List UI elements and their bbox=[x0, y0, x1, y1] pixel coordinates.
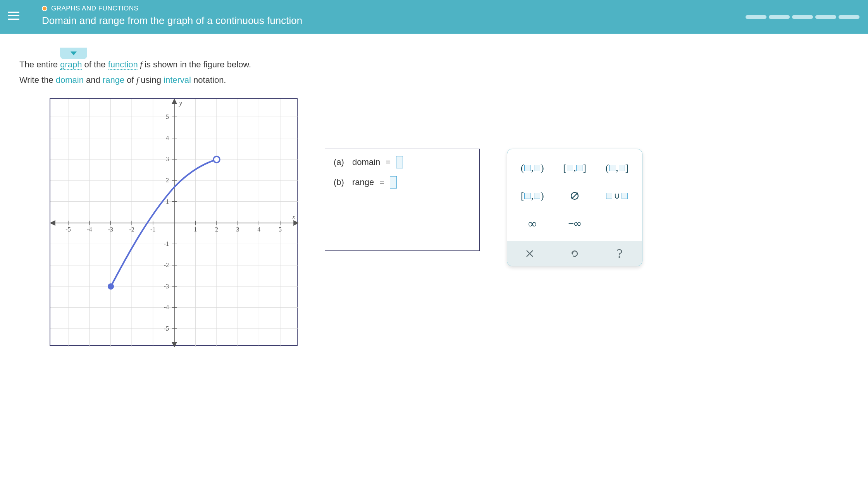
question-prompt: The entire graph of the function f is sh… bbox=[19, 57, 849, 87]
answer-panel: (a) domain = (b) range = bbox=[325, 149, 480, 251]
keyword-function[interactable]: function bbox=[108, 60, 138, 70]
undo-icon bbox=[570, 249, 579, 258]
text: f bbox=[138, 60, 145, 69]
close-icon bbox=[525, 249, 534, 258]
x-tick: 5 bbox=[279, 226, 282, 233]
topic-dot-icon bbox=[42, 6, 47, 11]
x-tick: 1 bbox=[194, 226, 197, 233]
answer-name-range: range bbox=[352, 177, 374, 187]
key-closed-open-interval[interactable]: [,) bbox=[514, 185, 550, 206]
svg-marker-0 bbox=[71, 51, 77, 55]
progress-bar bbox=[746, 15, 859, 19]
key-open-closed-interval[interactable]: (,] bbox=[599, 158, 635, 178]
text: using bbox=[141, 75, 164, 85]
y-axis-label: y bbox=[178, 100, 182, 107]
endpoint-open bbox=[214, 156, 220, 163]
x-tick: -1 bbox=[150, 226, 155, 233]
topic-label: GRAPHS AND FUNCTIONS bbox=[51, 5, 138, 12]
svg-marker-23 bbox=[294, 221, 298, 225]
y-tick: -4 bbox=[164, 304, 169, 310]
part-label-a: (a) bbox=[334, 157, 347, 167]
graph-figure: -5 -4 -3 -2 -1 1 2 3 4 5 5 4 3 2 1 -1 -2 bbox=[50, 98, 298, 346]
chevron-down-icon bbox=[71, 51, 77, 55]
range-input[interactable] bbox=[390, 176, 397, 189]
domain-input[interactable] bbox=[396, 156, 403, 168]
clear-button[interactable] bbox=[507, 241, 552, 266]
answer-row-range: (b) range = bbox=[334, 176, 471, 189]
content-area: The entire graph of the function f is sh… bbox=[0, 34, 868, 362]
y-tick: 2 bbox=[166, 177, 169, 183]
y-tick: 3 bbox=[166, 156, 169, 162]
undo-button[interactable] bbox=[552, 241, 597, 266]
keyword-graph[interactable]: graph bbox=[60, 60, 82, 70]
y-tick: 1 bbox=[166, 198, 169, 205]
y-tick: -2 bbox=[164, 262, 169, 268]
text: f bbox=[136, 75, 141, 85]
x-tick: 2 bbox=[215, 226, 218, 233]
answer-row-domain: (a) domain = bbox=[334, 156, 471, 168]
app-header: GRAPHS AND FUNCTIONS Domain and range fr… bbox=[0, 0, 868, 34]
y-tick: -1 bbox=[164, 240, 169, 247]
equals-sign: = bbox=[386, 157, 391, 167]
key-open-interval[interactable]: (,) bbox=[514, 158, 550, 178]
text: and bbox=[84, 75, 103, 85]
equals-sign: = bbox=[379, 177, 384, 187]
text: of bbox=[124, 75, 136, 85]
part-label-b: (b) bbox=[334, 177, 347, 187]
y-tick: 4 bbox=[166, 135, 169, 141]
keyword-domain[interactable]: domain bbox=[56, 75, 84, 85]
y-tick: 5 bbox=[166, 113, 169, 120]
key-infinity[interactable]: ∞ bbox=[514, 213, 550, 234]
x-tick: 3 bbox=[236, 226, 239, 233]
x-tick: -3 bbox=[108, 226, 113, 233]
y-tick: -5 bbox=[164, 325, 169, 332]
text: notation. bbox=[191, 75, 226, 85]
y-tick: -3 bbox=[164, 283, 169, 290]
key-neg-infinity[interactable]: −∞ bbox=[556, 213, 592, 234]
header-dropdown-tab[interactable] bbox=[60, 48, 87, 59]
text: The entire bbox=[19, 60, 60, 69]
text: is shown in the figure below. bbox=[145, 60, 251, 69]
svg-marker-25 bbox=[172, 99, 177, 104]
help-button[interactable]: ? bbox=[597, 241, 642, 266]
menu-icon[interactable] bbox=[8, 7, 26, 25]
answer-name-domain: domain bbox=[352, 157, 380, 167]
page-title: Domain and range from the graph of a con… bbox=[42, 15, 860, 27]
key-blank bbox=[599, 213, 635, 234]
x-tick: 4 bbox=[257, 226, 260, 233]
endpoint-closed bbox=[108, 283, 114, 290]
svg-marker-24 bbox=[50, 221, 55, 225]
x-tick: -4 bbox=[87, 226, 92, 233]
keyword-range[interactable]: range bbox=[103, 75, 124, 85]
key-empty-set[interactable] bbox=[556, 185, 592, 206]
svg-marker-26 bbox=[172, 342, 177, 347]
text: of the bbox=[82, 60, 108, 69]
x-axis-label: x bbox=[292, 214, 295, 220]
text: Write the bbox=[19, 75, 56, 85]
x-tick: -2 bbox=[129, 226, 134, 233]
key-closed-interval[interactable]: [,] bbox=[556, 158, 592, 178]
keyword-interval[interactable]: interval bbox=[164, 75, 191, 85]
x-tick: -5 bbox=[65, 226, 71, 233]
key-union[interactable]: ∪ bbox=[599, 185, 635, 206]
symbol-keypad: (,) [,] (,] [,) ∪ ∞ −∞ ? bbox=[507, 149, 642, 266]
